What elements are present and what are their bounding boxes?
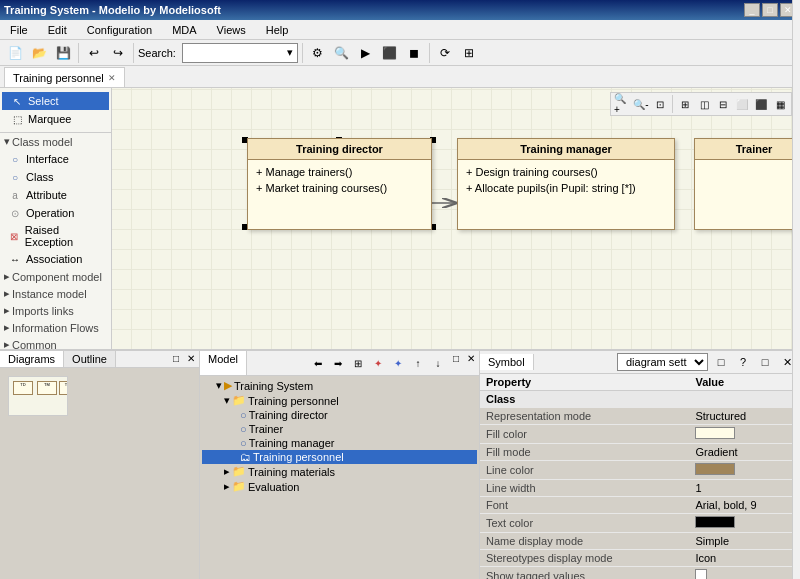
model-btn-5[interactable]: ✦ bbox=[389, 354, 407, 372]
model-btn-7[interactable]: ↓ bbox=[429, 354, 447, 372]
training-director-box[interactable]: Training director + Manage trainers() + … bbox=[247, 138, 432, 230]
property-table: Property Value Class Representation mode… bbox=[480, 374, 800, 579]
menu-file[interactable]: File bbox=[4, 22, 34, 38]
symbol-tab[interactable]: Symbol bbox=[480, 354, 534, 370]
model-btn-3[interactable]: ⊞ bbox=[349, 354, 367, 372]
model-btn-6[interactable]: ↑ bbox=[409, 354, 427, 372]
imports-links-header[interactable]: ▸ Imports links bbox=[0, 302, 111, 319]
association-item[interactable]: ↔ Association bbox=[0, 250, 111, 268]
training-personnel-folder[interactable]: ▾ 📁 Training personnel bbox=[202, 393, 477, 408]
fill-color-value[interactable] bbox=[689, 425, 800, 444]
canvas-btn-1[interactable]: ⊞ bbox=[676, 95, 694, 113]
zoom-in-button[interactable]: 🔍+ bbox=[613, 95, 631, 113]
eval-label: Evaluation bbox=[248, 481, 299, 493]
canvas-btn-3[interactable]: ⊟ bbox=[714, 95, 732, 113]
toolbar-btn-3[interactable]: ▶ bbox=[355, 42, 377, 64]
select-tool[interactable]: ↖ Select bbox=[2, 92, 109, 110]
toolbar-btn-4[interactable]: ⬛ bbox=[379, 42, 401, 64]
prop-minimize[interactable]: □ bbox=[756, 353, 774, 371]
text-color-swatch[interactable] bbox=[695, 516, 735, 528]
search-input[interactable] bbox=[187, 47, 287, 59]
interface-item[interactable]: ○ Interface bbox=[0, 150, 111, 168]
redo-button[interactable]: ↪ bbox=[107, 42, 129, 64]
name-display-value[interactable]: Simple bbox=[689, 533, 800, 550]
title-bar-buttons[interactable]: _ □ ✕ bbox=[744, 3, 796, 17]
information-flows-header[interactable]: ▸ Information Flows bbox=[0, 319, 111, 336]
tab-close-icon[interactable]: ✕ bbox=[108, 73, 116, 83]
class-item[interactable]: ○ Class bbox=[0, 168, 111, 186]
diagram-settings-dropdown[interactable]: diagram sett bbox=[617, 353, 708, 371]
canvas-btn-5[interactable]: ⬛ bbox=[752, 95, 770, 113]
fill-mode-value[interactable]: Gradient bbox=[689, 444, 800, 461]
model-btn-2[interactable]: ➡ bbox=[329, 354, 347, 372]
model-btn-1[interactable]: ⬅ bbox=[309, 354, 327, 372]
training-personnel-tab[interactable]: Training personnel ✕ bbox=[4, 67, 125, 87]
menu-views[interactable]: Views bbox=[211, 22, 252, 38]
model-minimize[interactable]: □ bbox=[449, 351, 463, 375]
raised-exception-item[interactable]: ⊠ Raised Exception bbox=[0, 222, 111, 250]
bottom-left-close[interactable]: ✕ bbox=[183, 351, 199, 367]
new-button[interactable]: 📄 bbox=[4, 42, 26, 64]
search-dropdown-icon[interactable]: ▾ bbox=[287, 46, 293, 59]
diagram-thumb-1[interactable]: TD TM T bbox=[8, 376, 68, 416]
bottom-left-minimize[interactable]: □ bbox=[169, 351, 183, 367]
maximize-button[interactable]: □ bbox=[762, 3, 778, 17]
fill-mode-label: Fill mode bbox=[480, 444, 689, 461]
stereo-display-value[interactable]: Icon bbox=[689, 550, 800, 567]
undo-button[interactable]: ↩ bbox=[83, 42, 105, 64]
canvas-area[interactable]: 🔍+ 🔍- ⊡ ⊞ ◫ ⊟ ⬜ ⬛ ▦ bbox=[112, 88, 800, 349]
menu-help[interactable]: Help bbox=[260, 22, 295, 38]
zoom-fit-button[interactable]: ⊡ bbox=[651, 95, 669, 113]
tagged-values-checkbox[interactable] bbox=[695, 569, 707, 579]
canvas-btn-4[interactable]: ⬜ bbox=[733, 95, 751, 113]
operation-item[interactable]: ⊙ Operation bbox=[0, 204, 111, 222]
fill-color-swatch[interactable] bbox=[695, 427, 735, 439]
diagrams-tab[interactable]: Diagrams bbox=[0, 351, 64, 367]
menu-configuration[interactable]: Configuration bbox=[81, 22, 158, 38]
component-model-header[interactable]: ▸ Component model bbox=[0, 268, 111, 285]
canvas-btn-2[interactable]: ◫ bbox=[695, 95, 713, 113]
class-model-header[interactable]: ▾ Class model bbox=[0, 133, 111, 150]
toolbar-btn-5[interactable]: ◼ bbox=[403, 42, 425, 64]
line-color-swatch[interactable] bbox=[695, 463, 735, 475]
prop-btn-2[interactable]: ? bbox=[734, 353, 752, 371]
menu-mda[interactable]: MDA bbox=[166, 22, 202, 38]
scroll-bar[interactable] bbox=[792, 0, 800, 579]
attribute-item[interactable]: a Attribute bbox=[0, 186, 111, 204]
text-color-value[interactable] bbox=[689, 514, 800, 533]
canvas-btn-6[interactable]: ▦ bbox=[771, 95, 789, 113]
training-manager-box[interactable]: Training manager + Design training cours… bbox=[457, 138, 675, 230]
save-button[interactable]: 💾 bbox=[52, 42, 74, 64]
open-button[interactable]: 📂 bbox=[28, 42, 50, 64]
tree-trainer[interactable]: ○ Trainer bbox=[202, 422, 477, 436]
tagged-values-value[interactable] bbox=[689, 567, 800, 580]
toolbar-btn-6[interactable]: ⟳ bbox=[434, 42, 456, 64]
marquee-tool[interactable]: ⬚ Marquee bbox=[2, 110, 109, 128]
font-value[interactable]: Arial, bold, 9 bbox=[689, 497, 800, 514]
toolbar-btn-2[interactable]: 🔍 bbox=[331, 42, 353, 64]
prop-controls: diagram sett □ ? □ ✕ bbox=[613, 351, 800, 373]
line-width-value[interactable]: 1 bbox=[689, 480, 800, 497]
tree-training-materials[interactable]: ▸ 📁 Training materials bbox=[202, 464, 477, 479]
search-box[interactable]: ▾ bbox=[182, 43, 298, 63]
common-header[interactable]: ▸ Common bbox=[0, 336, 111, 349]
toolbar-btn-1[interactable]: ⚙ bbox=[307, 42, 329, 64]
model-btn-4[interactable]: ✦ bbox=[369, 354, 387, 372]
model-close[interactable]: ✕ bbox=[463, 351, 479, 375]
tree-training-director[interactable]: ○ Training director bbox=[202, 408, 477, 422]
instance-model-header[interactable]: ▸ Instance model bbox=[0, 285, 111, 302]
repr-mode-value[interactable]: Structured bbox=[689, 408, 800, 425]
trainer-box[interactable]: Trainer bbox=[694, 138, 800, 230]
model-tab[interactable]: Model bbox=[200, 351, 247, 375]
tree-training-manager[interactable]: ○ Training manager bbox=[202, 436, 477, 450]
line-color-value[interactable] bbox=[689, 461, 800, 480]
minimize-button[interactable]: _ bbox=[744, 3, 760, 17]
zoom-out-button[interactable]: 🔍- bbox=[632, 95, 650, 113]
toolbar-btn-7[interactable]: ⊞ bbox=[458, 42, 480, 64]
tree-evaluation[interactable]: ▸ 📁 Evaluation bbox=[202, 479, 477, 494]
outline-tab[interactable]: Outline bbox=[64, 351, 116, 367]
tree-training-personnel-diagram[interactable]: 🗂 Training personnel bbox=[202, 450, 477, 464]
menu-edit[interactable]: Edit bbox=[42, 22, 73, 38]
prop-btn-1[interactable]: □ bbox=[712, 353, 730, 371]
tree-root[interactable]: ▾ ▶ Training System bbox=[202, 378, 477, 393]
